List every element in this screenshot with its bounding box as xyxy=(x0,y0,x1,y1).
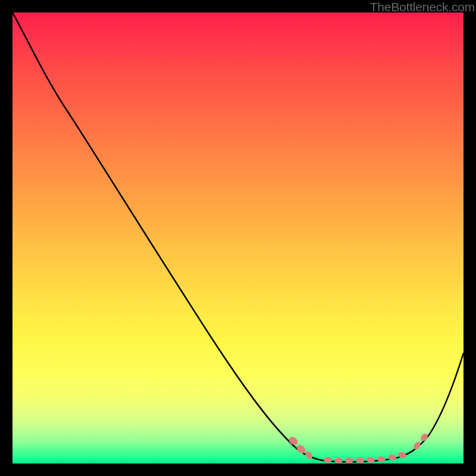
chart-marker xyxy=(387,454,397,462)
chart-markers xyxy=(287,432,429,464)
chart-marker xyxy=(345,458,353,464)
chart-curve-group xyxy=(12,12,464,462)
chart-curve xyxy=(12,12,464,462)
chart-marker xyxy=(356,458,364,464)
chart-marker xyxy=(367,456,375,463)
chart-marker xyxy=(324,457,332,463)
chart-marker xyxy=(377,456,386,463)
chart-svg xyxy=(12,12,464,464)
chart-frame xyxy=(12,12,464,464)
chart-marker xyxy=(334,458,343,464)
chart-marker xyxy=(397,451,407,459)
watermark-text: TheBottleneck.com xyxy=(370,0,475,14)
